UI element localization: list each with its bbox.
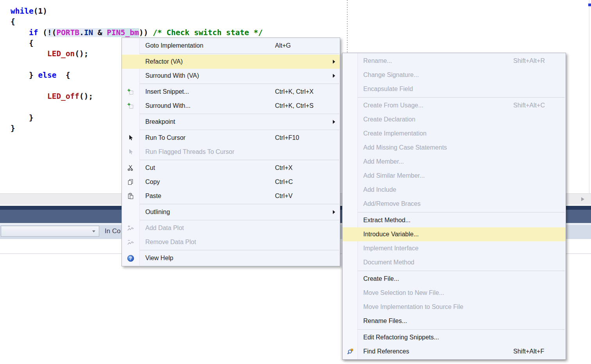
- menu-item-label: Document Method: [363, 259, 414, 266]
- menu-separator: [140, 54, 339, 54]
- menu-item-add-include: Add Include: [343, 183, 566, 197]
- menu-item-label: Refactor (VA): [145, 58, 183, 65]
- add-data-plot-icon: [127, 225, 134, 232]
- code-token: !(: [47, 28, 56, 37]
- menu-item-label: Insert Snippet...: [145, 88, 189, 95]
- menu-item-label: Add/Remove Braces: [363, 200, 421, 207]
- menu-item-surround-with[interactable]: Surround With...Ctrl+K, Ctrl+S: [122, 99, 340, 113]
- menu-separator: [140, 84, 339, 84]
- menu-item-shortcut: Ctrl+V: [275, 193, 293, 200]
- menu-separator: [358, 329, 565, 330]
- menu-item-encapsulate-field: Encapsulate Field: [343, 82, 566, 96]
- code-token: IN: [84, 28, 93, 37]
- menu-item-document-method: Document Method: [343, 255, 566, 269]
- code-token: PORTB: [56, 28, 79, 37]
- code-token: [11, 92, 47, 101]
- refactor-submenu: Rename...Shift+Alt+RChange Signature...E…: [342, 53, 566, 360]
- menu-item-label: Create Implementation: [363, 130, 427, 137]
- menu-item-move-selection-to-new-file: Move Selection to New File...: [343, 286, 566, 300]
- menu-item-label: Goto Implementation: [145, 42, 204, 49]
- menu-item-add-similar-member: Add Similar Member...: [343, 169, 566, 183]
- menu-item-find-references[interactable]: Find ReferencesShift+Alt+F: [343, 344, 566, 359]
- find-combobox[interactable]: [1, 226, 99, 237]
- menu-item-label: Add Data Plot: [145, 225, 184, 232]
- code-token: {: [11, 39, 34, 48]
- menu-item-label: Create File...: [363, 275, 399, 282]
- editor-context-menu: Goto ImplementationAlt+GRefactor (VA)Sur…: [121, 37, 340, 266]
- code-token: }: [11, 113, 34, 122]
- menu-item-label: Cut: [145, 164, 155, 171]
- menu-item-shortcut: Ctrl+F10: [275, 134, 299, 141]
- chevron-down-icon[interactable]: [92, 230, 95, 232]
- menu-item-shortcut: Shift+Alt+C: [513, 102, 545, 109]
- menu-item-cut[interactable]: CutCtrl+X: [122, 161, 340, 175]
- menu-item-extract-method[interactable]: Extract Method...: [343, 213, 566, 227]
- menu-item-label: View Help: [145, 255, 173, 262]
- code-token: {: [11, 17, 15, 26]
- code-line: while(1): [11, 6, 263, 16]
- menu-item-label: Create From Usage...: [363, 102, 423, 109]
- menu-item-run-to-cursor[interactable]: Run To CursorCtrl+F10: [122, 131, 340, 145]
- menu-item-change-signature: Change Signature...: [343, 68, 566, 82]
- toolbar-label: In Co: [105, 227, 121, 235]
- menu-separator: [140, 204, 339, 204]
- menu-item-refactor-va[interactable]: Refactor (VA): [122, 55, 340, 69]
- menu-item-insert-snippet[interactable]: Insert Snippet...Ctrl+K, Ctrl+X: [122, 85, 340, 99]
- vertical-scrollbar-edge: [589, 0, 589, 193]
- scroll-right-arrow-icon[interactable]: [581, 197, 584, 201]
- menu-item-rename-files[interactable]: Rename Files...: [343, 314, 566, 328]
- menu-item-add-missing-case-statements: Add Missing Case Statements: [343, 141, 566, 155]
- menu-item-shortcut: Ctrl+X: [275, 164, 293, 171]
- menu-item-breakpoint[interactable]: Breakpoint: [122, 115, 340, 129]
- run-flagged-icon: [127, 148, 134, 155]
- menu-item-edit-refactoring-snippets[interactable]: Edit Refactoring Snippets...: [343, 330, 566, 344]
- menu-item-paste[interactable]: PasteCtrl+V: [122, 189, 340, 203]
- menu-item-label: Outlining: [145, 209, 170, 216]
- code-token: &: [93, 28, 107, 37]
- menu-item-surround-with-va[interactable]: Surround With (VA): [122, 69, 340, 83]
- menu-item-label: Add Missing Case Statements: [363, 144, 447, 151]
- menu-item-copy[interactable]: CopyCtrl+C: [122, 175, 340, 189]
- menu-item-introduce-variable[interactable]: Introduce Variable...: [343, 227, 566, 241]
- code-token: (: [38, 28, 47, 37]
- menu-item-run-flagged-threads-to-cursor: Run Flagged Threads To Cursor: [122, 145, 340, 159]
- scrollbar-caret-marker-icon: [588, 4, 591, 6]
- menu-item-label: Change Signature...: [363, 71, 419, 79]
- menu-item-add-remove-braces: Add/Remove Braces: [343, 197, 566, 211]
- menu-separator: [140, 250, 339, 250]
- code-token: .: [79, 28, 84, 37]
- code-token: /* Check switch state */: [153, 28, 263, 37]
- menu-item-shortcut: Shift+Alt+F: [513, 348, 544, 355]
- menu-separator: [358, 271, 565, 271]
- ide-screenshot-root: while(1){ if (!(PORTB.IN & PIN5_bm)) /* …: [0, 0, 591, 364]
- code-token: LED_off: [47, 92, 79, 101]
- menu-item-outlining[interactable]: Outlining: [122, 205, 340, 219]
- menu-item-label: Remove Data Plot: [145, 239, 196, 246]
- menu-item-shortcut: Ctrl+K, Ctrl+S: [275, 102, 314, 109]
- code-token: )): [139, 28, 148, 37]
- copy-icon: [127, 178, 134, 186]
- code-token: LED_on: [47, 49, 75, 58]
- menu-item-remove-data-plot: Remove Data Plot: [122, 235, 340, 249]
- menu-item-create-implementation: Create Implementation: [343, 127, 566, 141]
- paste-icon: [127, 193, 134, 200]
- menu-item-create-file[interactable]: Create File...: [343, 272, 566, 286]
- remove-data-plot-icon: [127, 239, 134, 246]
- menu-item-shortcut: Ctrl+K, Ctrl+X: [275, 88, 314, 95]
- menu-item-shortcut: Ctrl+C: [275, 178, 293, 186]
- menu-item-label: Create Declaration: [363, 116, 415, 123]
- code-token: }: [11, 71, 38, 80]
- menu-item-view-help[interactable]: ?View Help: [122, 251, 340, 265]
- code-token: PIN5_bm: [107, 28, 139, 37]
- cut-icon: [127, 164, 134, 171]
- code-token: ();: [79, 92, 93, 101]
- insert-snippet-icon: [127, 88, 134, 95]
- menu-item-label: Rename...: [363, 57, 392, 64]
- menu-separator: [140, 160, 339, 160]
- menu-item-create-from-usage: Create From Usage...Shift+Alt+C: [343, 98, 566, 112]
- menu-item-shortcut: Shift+Alt+R: [513, 57, 545, 64]
- menu-item-label: Run Flagged Threads To Cursor: [145, 148, 234, 155]
- menu-item-goto-implementation[interactable]: Goto ImplementationAlt+G: [122, 39, 340, 53]
- menu-item-label: Introduce Variable...: [363, 231, 419, 238]
- submenu-arrow-icon: [333, 210, 335, 214]
